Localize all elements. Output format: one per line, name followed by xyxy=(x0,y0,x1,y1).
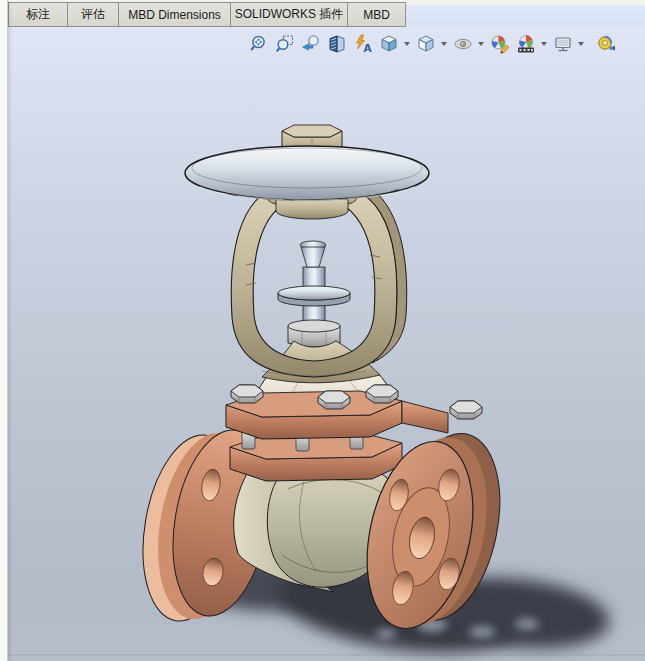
gland-flange xyxy=(278,286,350,306)
previous-view-icon xyxy=(301,34,321,54)
dynamic-annotation-views-button[interactable]: A xyxy=(351,32,375,56)
hide-show-items-icon xyxy=(453,34,473,54)
view-settings-icon xyxy=(553,34,573,54)
measure-tape-button[interactable] xyxy=(594,32,618,56)
dynamic-annotation-views-icon: A xyxy=(353,34,373,54)
solidworks-window: 标注 评估 MBD Dimensions SOLIDWORKS 插件 MBD xyxy=(0,0,645,661)
display-style-dropdown[interactable] xyxy=(439,32,448,56)
display-style-button[interactable] xyxy=(414,32,438,56)
section-view-button[interactable] xyxy=(325,32,349,56)
left-panel-edge xyxy=(0,0,8,661)
svg-text:A: A xyxy=(364,42,373,54)
measure-tape-icon xyxy=(596,34,616,54)
tab-mbd[interactable]: MBD xyxy=(347,2,406,27)
view-settings-dropdown[interactable] xyxy=(576,32,585,56)
zoom-to-fit-button[interactable] xyxy=(247,32,271,56)
tab-mbd-dimensions[interactable]: MBD Dimensions xyxy=(118,2,231,27)
edit-appearance-button[interactable] xyxy=(488,32,512,56)
tab-solidworks-addins-label: SOLIDWORKS 插件 xyxy=(235,6,344,23)
hide-show-items-dropdown[interactable] xyxy=(476,32,485,56)
view-orientation-button[interactable] xyxy=(377,32,401,56)
tab-evaluate[interactable]: 评估 xyxy=(67,2,119,27)
tab-evaluate-label: 评估 xyxy=(81,6,105,23)
tab-annotations[interactable]: 标注 xyxy=(8,2,68,27)
hide-show-items-button[interactable] xyxy=(451,32,475,56)
edit-appearance-icon xyxy=(490,34,510,54)
apply-scene-button[interactable] xyxy=(514,32,538,56)
zoom-to-area-button[interactable] xyxy=(273,32,297,56)
graphics-viewport[interactable] xyxy=(0,27,645,661)
apply-scene-icon xyxy=(516,34,536,54)
display-style-icon xyxy=(416,34,436,54)
zoom-to-area-icon xyxy=(275,34,295,54)
tab-row: 标注 评估 MBD Dimensions SOLIDWORKS 插件 MBD xyxy=(8,2,406,27)
view-orientation-icon xyxy=(379,34,399,54)
previous-view-button[interactable] xyxy=(299,32,323,56)
apply-scene-dropdown[interactable] xyxy=(539,32,548,56)
tab-solidworks-addins[interactable]: SOLIDWORKS 插件 xyxy=(230,2,348,27)
handwheel xyxy=(185,125,429,219)
view-orientation-dropdown[interactable] xyxy=(402,32,411,56)
command-manager-tabbar: 标注 评估 MBD Dimensions SOLIDWORKS 插件 MBD xyxy=(0,0,645,27)
heads-up-toolbar: A xyxy=(246,31,619,57)
valve-model xyxy=(0,27,645,661)
view-settings-button[interactable] xyxy=(551,32,575,56)
tab-mbd-label: MBD xyxy=(363,8,390,22)
section-view-icon xyxy=(327,34,347,54)
tab-annotations-label: 标注 xyxy=(26,6,50,23)
tab-mbd-dimensions-label: MBD Dimensions xyxy=(128,8,221,22)
zoom-to-fit-icon xyxy=(249,34,269,54)
